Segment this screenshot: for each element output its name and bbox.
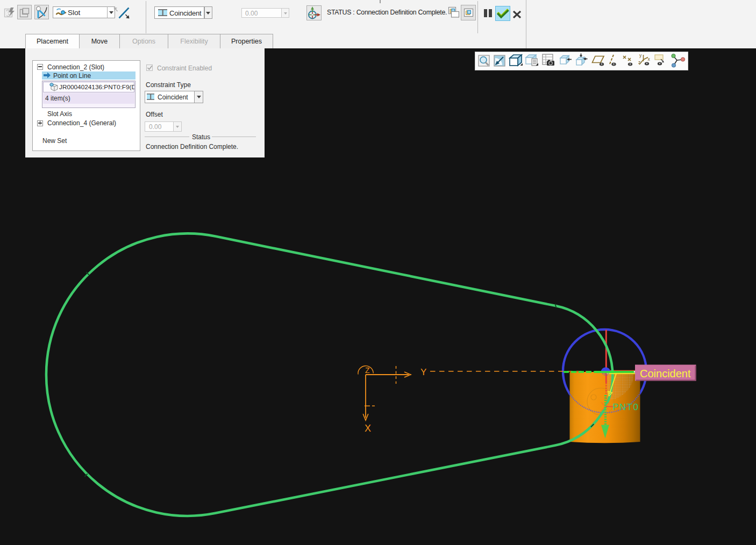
- svg-text:y: y: [639, 53, 642, 58]
- svg-text:z: z: [638, 60, 640, 65]
- svg-text:Coincident: Coincident: [640, 368, 691, 379]
- svg-text:x: x: [648, 56, 651, 62]
- svg-text:Y: Y: [420, 367, 426, 377]
- svg-text:X: X: [365, 423, 371, 434]
- svg-text:PNT0: PNT0: [612, 402, 639, 412]
- svg-text:Z: Z: [365, 366, 370, 375]
